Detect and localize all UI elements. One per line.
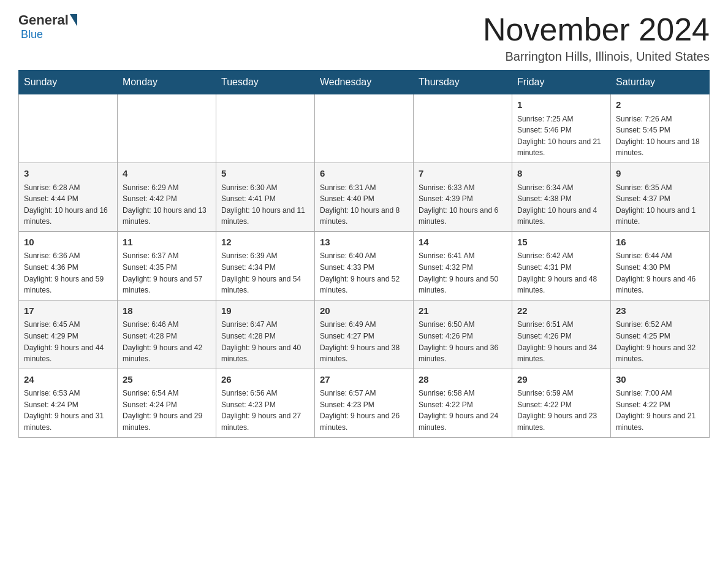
sunrise-text: Sunrise: 6:42 AM [517, 250, 605, 262]
calendar-cell [216, 94, 315, 163]
day-info: Sunrise: 7:00 AMSunset: 4:22 PMDaylight:… [616, 388, 704, 433]
sunrise-text: Sunrise: 6:46 AM [123, 319, 211, 331]
day-number: 23 [616, 304, 704, 318]
daylight-text: Daylight: 9 hours and 21 minutes. [616, 410, 704, 433]
daylight-text: Daylight: 9 hours and 23 minutes. [517, 410, 605, 433]
daylight-text: Daylight: 9 hours and 59 minutes. [24, 274, 112, 296]
sunrise-text: Sunrise: 6:56 AM [221, 388, 309, 399]
daylight-text: Daylight: 10 hours and 1 minute. [616, 205, 704, 228]
sunrise-text: Sunrise: 7:25 AM [517, 113, 605, 125]
daylight-text: Daylight: 10 hours and 4 minutes. [517, 205, 605, 228]
sunset-text: Sunset: 5:46 PM [517, 124, 605, 136]
daylight-text: Daylight: 9 hours and 52 minutes. [320, 274, 408, 296]
day-info: Sunrise: 6:36 AMSunset: 4:36 PMDaylight:… [24, 250, 112, 296]
sunset-text: Sunset: 4:22 PM [419, 399, 507, 411]
sunset-text: Sunset: 4:44 PM [24, 193, 112, 205]
sunrise-text: Sunrise: 6:30 AM [221, 182, 309, 194]
sunrise-text: Sunrise: 6:35 AM [616, 182, 704, 194]
day-number: 18 [123, 304, 211, 318]
sunrise-text: Sunrise: 6:44 AM [616, 250, 704, 262]
daylight-text: Daylight: 9 hours and 46 minutes. [616, 274, 704, 296]
sunset-text: Sunset: 4:26 PM [419, 331, 507, 342]
calendar-cell: 6Sunrise: 6:31 AMSunset: 4:40 PMDaylight… [315, 163, 414, 232]
sunset-text: Sunset: 4:27 PM [320, 331, 408, 342]
sunrise-text: Sunrise: 6:45 AM [24, 319, 112, 331]
day-info: Sunrise: 6:53 AMSunset: 4:24 PMDaylight:… [24, 388, 112, 433]
logo-arrow-icon [70, 14, 77, 26]
daylight-text: Daylight: 9 hours and 29 minutes. [123, 410, 211, 433]
sunrise-text: Sunrise: 6:37 AM [123, 250, 211, 262]
day-number: 15 [517, 236, 605, 250]
col-sunday: Sunday [19, 71, 118, 94]
sunrise-text: Sunrise: 6:40 AM [320, 250, 408, 262]
calendar-cell: 20Sunrise: 6:49 AMSunset: 4:27 PMDayligh… [315, 300, 414, 369]
day-number: 10 [24, 236, 112, 250]
day-info: Sunrise: 6:49 AMSunset: 4:27 PMDaylight:… [320, 319, 408, 364]
calendar-cell: 23Sunrise: 6:52 AMSunset: 4:25 PMDayligh… [611, 300, 710, 369]
daylight-text: Daylight: 9 hours and 48 minutes. [517, 274, 605, 296]
col-thursday: Thursday [414, 71, 512, 94]
day-info: Sunrise: 6:46 AMSunset: 4:28 PMDaylight:… [123, 319, 211, 364]
day-number: 22 [517, 304, 605, 318]
calendar-cell: 9Sunrise: 6:35 AMSunset: 4:37 PMDaylight… [611, 163, 710, 232]
daylight-text: Daylight: 9 hours and 32 minutes. [616, 342, 704, 365]
day-info: Sunrise: 6:33 AMSunset: 4:39 PMDaylight:… [419, 182, 507, 228]
sunrise-text: Sunrise: 6:58 AM [419, 388, 507, 399]
sunrise-text: Sunrise: 6:41 AM [419, 250, 507, 262]
sunset-text: Sunset: 4:33 PM [320, 262, 408, 274]
calendar-cell: 24Sunrise: 6:53 AMSunset: 4:24 PMDayligh… [19, 369, 118, 437]
day-number: 8 [517, 167, 605, 181]
day-info: Sunrise: 6:50 AMSunset: 4:26 PMDaylight:… [419, 319, 507, 364]
col-friday: Friday [512, 71, 611, 94]
daylight-text: Daylight: 10 hours and 11 minutes. [221, 205, 309, 228]
day-number: 16 [616, 236, 704, 250]
sunrise-text: Sunrise: 6:50 AM [419, 319, 507, 331]
calendar-cell: 12Sunrise: 6:39 AMSunset: 4:34 PMDayligh… [216, 231, 315, 300]
sunset-text: Sunset: 4:25 PM [616, 331, 704, 342]
sunset-text: Sunset: 4:22 PM [517, 399, 605, 411]
col-wednesday: Wednesday [315, 71, 414, 94]
calendar-cell: 27Sunrise: 6:57 AMSunset: 4:23 PMDayligh… [315, 369, 414, 437]
sunset-text: Sunset: 5:45 PM [616, 124, 704, 136]
day-info: Sunrise: 6:35 AMSunset: 4:37 PMDaylight:… [616, 182, 704, 228]
calendar-cell: 13Sunrise: 6:40 AMSunset: 4:33 PMDayligh… [315, 231, 414, 300]
calendar-cell: 1Sunrise: 7:25 AMSunset: 5:46 PMDaylight… [512, 94, 611, 163]
day-number: 28 [419, 373, 507, 387]
logo: General Blue [18, 12, 78, 41]
daylight-text: Daylight: 10 hours and 18 minutes. [616, 136, 704, 159]
col-saturday: Saturday [611, 71, 710, 94]
day-number: 12 [221, 236, 309, 250]
sunset-text: Sunset: 4:23 PM [221, 399, 309, 411]
day-number: 7 [419, 167, 507, 181]
calendar-cell: 7Sunrise: 6:33 AMSunset: 4:39 PMDaylight… [414, 163, 512, 232]
sunset-text: Sunset: 4:41 PM [221, 193, 309, 205]
calendar-cell: 11Sunrise: 6:37 AMSunset: 4:35 PMDayligh… [118, 231, 216, 300]
sunrise-text: Sunrise: 7:26 AM [616, 113, 704, 125]
sunrise-text: Sunrise: 6:53 AM [24, 388, 112, 399]
day-number: 24 [24, 373, 112, 387]
day-number: 20 [320, 304, 408, 318]
sunset-text: Sunset: 4:22 PM [616, 399, 704, 411]
calendar-cell: 5Sunrise: 6:30 AMSunset: 4:41 PMDaylight… [216, 163, 315, 232]
day-info: Sunrise: 7:26 AMSunset: 5:45 PMDaylight:… [616, 113, 704, 159]
sunrise-text: Sunrise: 7:00 AM [616, 388, 704, 399]
day-number: 5 [221, 167, 309, 181]
calendar-table: Sunday Monday Tuesday Wednesday Thursday… [18, 70, 710, 437]
day-info: Sunrise: 6:58 AMSunset: 4:22 PMDaylight:… [419, 388, 507, 433]
daylight-text: Daylight: 10 hours and 21 minutes. [517, 136, 605, 159]
sunset-text: Sunset: 4:39 PM [419, 193, 507, 205]
sunset-text: Sunset: 4:34 PM [221, 262, 309, 274]
calendar-cell: 19Sunrise: 6:47 AMSunset: 4:28 PMDayligh… [216, 300, 315, 369]
daylight-text: Daylight: 9 hours and 42 minutes. [123, 342, 211, 365]
day-info: Sunrise: 6:57 AMSunset: 4:23 PMDaylight:… [320, 388, 408, 433]
daylight-text: Daylight: 9 hours and 31 minutes. [24, 410, 112, 433]
sunrise-text: Sunrise: 6:51 AM [517, 319, 605, 331]
calendar-cell: 25Sunrise: 6:54 AMSunset: 4:24 PMDayligh… [118, 369, 216, 437]
sunrise-text: Sunrise: 6:36 AM [24, 250, 112, 262]
day-number: 9 [616, 167, 704, 181]
day-info: Sunrise: 6:44 AMSunset: 4:30 PMDaylight:… [616, 250, 704, 296]
day-info: Sunrise: 6:34 AMSunset: 4:38 PMDaylight:… [517, 182, 605, 228]
calendar-cell: 22Sunrise: 6:51 AMSunset: 4:26 PMDayligh… [512, 300, 611, 369]
day-number: 1 [517, 98, 605, 112]
day-info: Sunrise: 6:45 AMSunset: 4:29 PMDaylight:… [24, 319, 112, 364]
